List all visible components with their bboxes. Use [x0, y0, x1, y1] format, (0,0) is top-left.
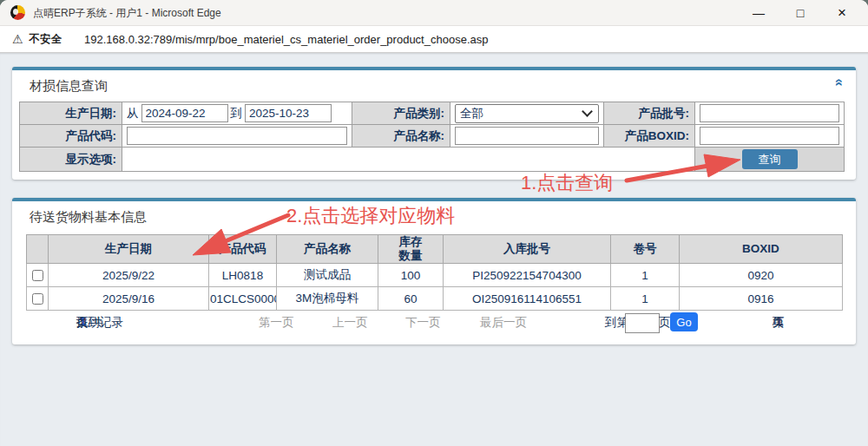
row-select-cell: [27, 264, 49, 287]
row-checkbox[interactable]: [32, 270, 43, 281]
cell-boxid: 0916: [680, 287, 843, 311]
cell-code: LH0818: [209, 264, 277, 287]
warning-icon: ⚠: [12, 32, 23, 46]
cell-roll: 1: [611, 287, 680, 311]
product-category-value: 全部: [460, 106, 483, 121]
page-indicator-suffix: 页: [773, 315, 785, 331]
browser-window: 点晴ERP子系统 - 用户1 - Microsoft Edge — □ × ⚠ …: [0, 0, 868, 446]
qty-header-line2: 数量: [378, 249, 443, 263]
product-boxid-input[interactable]: [700, 127, 839, 145]
product-batch-input[interactable]: [700, 104, 839, 122]
close-icon[interactable]: ×: [821, 0, 863, 25]
first-page-link[interactable]: 第一页: [259, 315, 294, 331]
cell-boxid: 0920: [680, 264, 843, 287]
table-row[interactable]: 2025/9/16 01CLCS0000 3M泡棉母料 60 OI2509161…: [27, 287, 843, 311]
product-boxid-cell: [695, 125, 845, 148]
date-to-input[interactable]: [245, 104, 332, 122]
display-option-label: 显示选项:: [20, 148, 122, 172]
product-batch-label: 产品批号:: [604, 102, 695, 125]
product-category-select[interactable]: 全部: [455, 104, 599, 123]
collapse-icon[interactable]: «: [832, 79, 848, 87]
col-header-name: 产品名称: [277, 235, 378, 264]
last-page-link[interactable]: 最后一页: [480, 315, 527, 331]
window-controls: — □ ×: [738, 0, 863, 25]
edge-app-window: 点晴ERP子系统 - 用户1 - Microsoft Edge — □ × ⚠ …: [0, 0, 868, 446]
display-option-cell: [122, 148, 695, 172]
found-suffix: 页: [76, 315, 89, 331]
annotation-step1: 1.点击查询: [521, 170, 613, 196]
production-date-label: 生产日期:: [20, 102, 122, 125]
to-label: 到: [231, 106, 243, 121]
window-title: 点晴ERP子系统 - 用户1 - Microsoft Edge: [33, 6, 221, 21]
app-favicon-icon: [10, 5, 25, 20]
cell-qty: 100: [378, 264, 444, 287]
cell-batch: OI250916114106551: [444, 287, 611, 311]
prev-page-link[interactable]: 上一页: [332, 315, 368, 331]
cell-code: 01CLCS0000: [209, 287, 277, 311]
next-page-link[interactable]: 下一页: [405, 315, 441, 331]
col-header-code: 产品代码: [209, 235, 277, 264]
production-date-range-cell: 从 到: [122, 102, 352, 125]
table-row[interactable]: 2025/9/22 LH0818 测试成品 100 PI250922154704…: [27, 264, 843, 287]
goto-page-input[interactable]: [625, 313, 660, 333]
url-text[interactable]: 192.168.0.32:789/mis/mrp/boe_materiel_cs…: [84, 33, 488, 46]
search-button[interactable]: 查询: [742, 149, 798, 169]
col-header-batch: 入库批号: [444, 235, 611, 264]
minimize-icon[interactable]: —: [738, 0, 779, 25]
table-header-row: 生产日期 产品代码 产品名称 库存 数量 入库批号 卷号 BOXID: [27, 235, 843, 264]
date-from-input[interactable]: [141, 104, 228, 122]
select-column-header: [27, 235, 49, 264]
row-checkbox[interactable]: [32, 293, 43, 305]
annotation-step2: 2.点击选择对应物料: [286, 203, 455, 229]
col-header-roll: 卷号: [611, 235, 680, 264]
chevron-down-icon: [582, 106, 593, 117]
col-header-date: 生产日期: [49, 235, 209, 264]
product-boxid-label: 产品BOXID:: [604, 125, 695, 148]
search-button-cell: 查询: [695, 148, 845, 172]
materials-table: 生产日期 产品代码 产品名称 库存 数量 入库批号 卷号 BOXID 2025: [26, 234, 843, 311]
security-label[interactable]: 不安全: [30, 32, 62, 47]
cell-batch: PI250922154704300: [444, 264, 611, 287]
address-bar[interactable]: ⚠ 不安全 192.168.0.32:789/mis/mrp/boe_mater…: [0, 26, 868, 53]
product-category-cell: 全部: [450, 102, 604, 125]
row-select-cell: [27, 287, 49, 311]
product-category-label: 产品类别:: [352, 102, 450, 125]
cell-name: 3M泡棉母料: [277, 287, 378, 311]
product-code-label: 产品代码:: [20, 125, 122, 148]
col-header-boxid: BOXID: [680, 235, 843, 264]
cell-roll: 1: [611, 264, 680, 287]
product-name-label: 产品名称:: [352, 125, 450, 148]
pagination-bar: 找到记录2条/共1页 第一页 上一页 下一页 最后一页 到第 页 Go 第1/1…: [12, 315, 856, 334]
title-bar: 点晴ERP子系统 - 用户1 - Microsoft Edge — □ ×: [0, 0, 868, 26]
product-name-input[interactable]: [455, 127, 599, 145]
cell-name: 测试成品: [277, 264, 378, 287]
col-header-qty: 库存 数量: [378, 235, 444, 264]
go-button[interactable]: Go: [670, 312, 698, 331]
materials-panel-title: 待送货物料基本信息: [30, 209, 147, 226]
product-name-cell: [450, 125, 604, 148]
product-code-input[interactable]: [127, 127, 347, 145]
cell-qty: 60: [378, 287, 444, 311]
query-panel: 材损信息查询 « 生产日期: 从 到 产品类别: 全部: [12, 67, 856, 180]
product-batch-cell: [695, 102, 845, 125]
from-label: 从: [127, 106, 139, 121]
query-panel-title: 材损信息查询: [30, 78, 108, 95]
product-code-cell: [122, 125, 352, 148]
maximize-icon[interactable]: □: [779, 0, 821, 25]
page-content: 材损信息查询 « 生产日期: 从 到 产品类别: 全部: [0, 53, 868, 446]
query-form: 生产日期: 从 到 产品类别: 全部 产品批号:: [19, 102, 845, 172]
goto-unit: 页: [659, 315, 671, 331]
cell-date: 2025/9/22: [49, 264, 209, 287]
qty-header-line1: 库存: [378, 235, 443, 249]
cell-date: 2025/9/16: [49, 287, 209, 311]
